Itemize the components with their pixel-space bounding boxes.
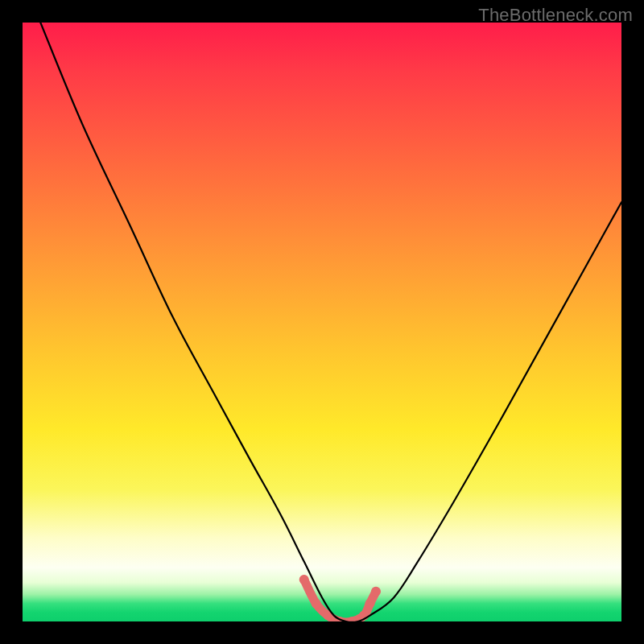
- watermark-text: TheBottleneck.com: [478, 5, 633, 26]
- chart-frame: TheBottleneck.com: [0, 0, 644, 644]
- bottleneck-curve: [40, 23, 621, 621]
- trough-dot: [365, 599, 375, 609]
- trough-dot: [371, 587, 381, 597]
- curve-svg: [23, 23, 621, 621]
- trough-dot: [299, 575, 309, 584]
- trough-dot: [312, 599, 321, 609]
- plot-area: [23, 23, 621, 621]
